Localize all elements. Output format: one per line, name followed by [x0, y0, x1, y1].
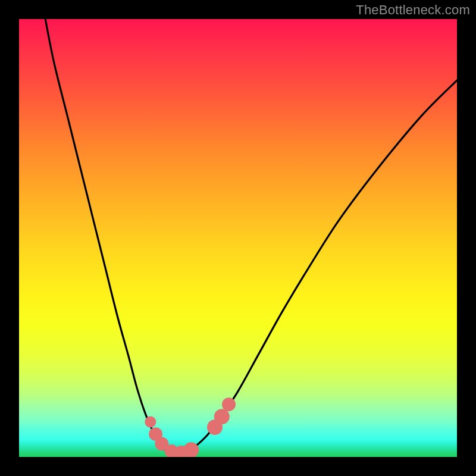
marker-layer [145, 397, 236, 457]
marker-right-cluster-upper [222, 397, 236, 411]
bottleneck-curve [45, 19, 457, 455]
marker-left-cluster-upper [145, 416, 156, 428]
marker-valley-right [183, 442, 199, 457]
plot-area [19, 19, 457, 457]
curve-svg [19, 19, 457, 457]
chart-frame: TheBottleneck.com [0, 0, 476, 476]
marker-right-cluster-mid [214, 409, 230, 424]
watermark-text: TheBottleneck.com [356, 2, 470, 18]
